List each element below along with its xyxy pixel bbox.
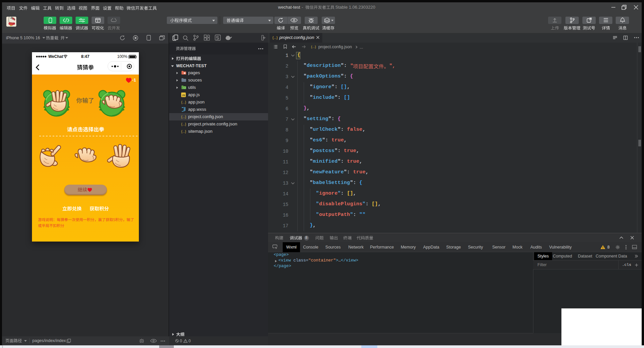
svg-text:{..}: {..} — [181, 130, 186, 134]
svg-text:{..}: {..} — [181, 115, 186, 119]
svg-text:{..}: {..} — [181, 123, 186, 126]
svg-text:JS: JS — [182, 94, 185, 97]
svg-text:{..}: {..} — [311, 45, 316, 49]
svg-text:{..}: {..} — [272, 36, 278, 40]
svg-text:{..}: {..} — [181, 101, 186, 104]
